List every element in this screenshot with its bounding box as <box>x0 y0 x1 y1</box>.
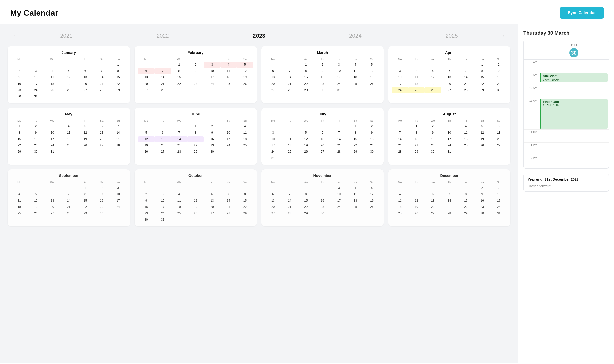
cal-cell-day[interactable]: 22 <box>347 142 364 149</box>
cal-cell-day[interactable]: 8 <box>187 129 204 136</box>
cal-cell-day[interactable]: 5 <box>425 68 441 74</box>
cal-cell-day[interactable]: 21 <box>281 204 298 210</box>
cal-cell-day[interactable]: 16 <box>138 204 155 210</box>
cal-cell-day[interactable]: 19 <box>138 142 155 149</box>
cal-cell-day[interactable]: 11 <box>347 68 364 74</box>
cal-cell-day[interactable]: 7 <box>457 68 474 74</box>
cal-cell-day[interactable]: 22 <box>171 81 187 87</box>
cal-cell-day[interactable]: 28 <box>441 210 457 217</box>
cal-cell-day[interactable]: 3 <box>331 62 347 68</box>
cal-cell-day[interactable]: 19 <box>237 74 253 81</box>
cal-cell-day[interactable]: 1 <box>110 62 126 68</box>
cal-cell-day[interactable]: 26 <box>425 87 441 93</box>
cal-cell-day[interactable]: 23 <box>474 204 491 210</box>
cal-cell-day[interactable]: 6 <box>441 68 457 74</box>
cal-cell-day[interactable]: 17 <box>44 136 60 142</box>
cal-cell-day[interactable]: 19 <box>364 74 380 81</box>
cal-cell-day[interactable]: 6 <box>491 123 507 129</box>
cal-cell-day[interactable]: 7 <box>93 68 110 74</box>
cal-cell-day[interactable]: 3 <box>44 123 60 129</box>
cal-cell-day[interactable]: 13 <box>155 136 171 142</box>
cal-cell-day[interactable]: 21 <box>457 81 474 87</box>
cal-cell-day[interactable]: 9 <box>364 129 380 136</box>
cal-cell-day[interactable]: 9 <box>314 191 331 197</box>
cal-cell-day[interactable]: 19 <box>298 142 314 149</box>
cal-cell-day[interactable]: 8 <box>171 68 187 74</box>
cal-cell-day[interactable]: 11 <box>237 129 253 136</box>
cal-cell-day[interactable]: 1 <box>347 123 364 129</box>
cal-cell-day[interactable]: 5 <box>138 129 155 136</box>
cal-cell-day[interactable]: 24 <box>265 149 281 155</box>
cal-cell-day[interactable]: 15 <box>408 136 425 142</box>
cal-cell-day[interactable]: 13 <box>44 198 60 204</box>
cal-cell-day[interactable]: 24 <box>331 204 347 210</box>
cal-cell-day[interactable]: 17 <box>110 198 126 204</box>
cal-cell-day[interactable]: 4 <box>457 123 474 129</box>
cal-cell-day[interactable]: 26 <box>364 204 380 210</box>
cal-cell-day[interactable]: 1 <box>171 62 187 68</box>
cal-cell-day[interactable]: 29 <box>187 149 204 155</box>
cal-cell-day[interactable]: 14 <box>171 136 187 142</box>
cal-cell-day[interactable]: 9 <box>93 191 110 197</box>
cal-cell-day[interactable]: 27 <box>204 210 220 217</box>
cal-cell-day[interactable]: 13 <box>138 74 155 81</box>
cal-cell-day[interactable]: 12 <box>298 136 314 142</box>
cal-cell-day[interactable]: 9 <box>11 74 28 81</box>
cal-cell-day[interactable]: 11 <box>408 74 425 81</box>
cal-cell-day[interactable]: 21 <box>281 81 298 87</box>
cal-cell-day[interactable]: 14 <box>331 136 347 142</box>
cal-cell-day[interactable]: 1 <box>298 185 314 191</box>
cal-cell-day[interactable]: 26 <box>408 210 425 217</box>
cal-cell-day[interactable]: 4 <box>61 123 77 129</box>
cal-cell-day[interactable]: 8 <box>457 191 474 197</box>
cal-cell-day[interactable]: 27 <box>265 87 281 93</box>
cal-cell-day[interactable]: 12 <box>237 68 253 74</box>
year-2025[interactable]: 2025 <box>446 33 458 39</box>
cal-cell-day[interactable]: 23 <box>28 142 44 149</box>
cal-cell-day[interactable]: 17 <box>155 204 171 210</box>
cal-cell-day[interactable]: 15 <box>457 198 474 204</box>
cal-cell-day[interactable]: 12 <box>425 74 441 81</box>
cal-cell-day[interactable]: 28 <box>281 210 298 217</box>
cal-cell-day[interactable]: 20 <box>314 142 331 149</box>
cal-cell-day[interactable]: 17 <box>491 198 507 204</box>
cal-cell-day[interactable]: 29 <box>408 149 425 155</box>
cal-cell-day[interactable]: 10 <box>28 74 44 81</box>
cal-cell-day[interactable]: 11 <box>171 198 187 204</box>
cal-cell-day[interactable]: 24 <box>44 142 60 149</box>
cal-cell-day[interactable]: 5 <box>408 191 425 197</box>
cal-cell-day[interactable]: 23 <box>364 142 380 149</box>
cal-cell-day[interactable]: 5 <box>474 123 491 129</box>
cal-cell-day[interactable]: 19 <box>28 204 44 210</box>
cal-cell-day[interactable]: 16 <box>314 198 331 204</box>
cal-cell-day[interactable]: 30 <box>204 149 220 155</box>
cal-cell-day[interactable]: 26 <box>28 210 44 217</box>
cal-cell-day[interactable]: 25 <box>61 142 77 149</box>
cal-cell-day[interactable]: 8 <box>298 191 314 197</box>
cal-cell-day[interactable]: 31 <box>155 217 171 223</box>
cal-cell-day[interactable]: 3 <box>28 68 44 74</box>
cal-cell-day[interactable]: 18 <box>347 74 364 81</box>
cal-cell-day[interactable]: 6 <box>265 191 281 197</box>
cal-cell-day[interactable]: 24 <box>155 210 171 217</box>
cal-cell-day[interactable]: 23 <box>93 204 110 210</box>
cal-cell-day[interactable]: 2 <box>187 62 204 68</box>
cal-cell-day[interactable]: 21 <box>155 81 171 87</box>
cal-cell-day[interactable]: 25 <box>44 87 60 93</box>
cal-cell-day[interactable]: 24 <box>110 204 126 210</box>
cal-cell-day[interactable]: 8 <box>11 129 28 136</box>
cal-cell-day[interactable]: 27 <box>425 210 441 217</box>
cal-cell-day[interactable]: 13 <box>265 74 281 81</box>
cal-cell-day[interactable]: 4 <box>281 129 298 136</box>
cal-cell-day[interactable]: 22 <box>187 142 204 149</box>
cal-cell-day[interactable]: 12 <box>187 198 204 204</box>
cal-cell-day[interactable]: 5 <box>187 191 204 197</box>
cal-cell-day[interactable]: 24 <box>204 81 220 87</box>
cal-cell-day[interactable]: 23 <box>491 81 507 87</box>
cal-cell-day[interactable]: 22 <box>457 204 474 210</box>
cal-cell-day[interactable]: 30 <box>491 87 507 93</box>
event-site-visit[interactable]: Site Visit9 AM - 10 AM <box>540 73 608 82</box>
cal-cell-day[interactable]: 20 <box>93 136 110 142</box>
cal-cell-day[interactable]: 18 <box>347 198 364 204</box>
cal-cell-day[interactable]: 25 <box>392 210 408 217</box>
